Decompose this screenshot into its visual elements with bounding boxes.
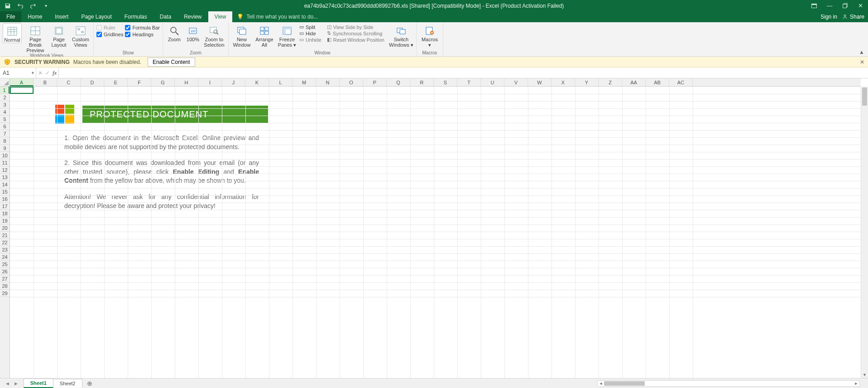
qat-customize-icon[interactable]: ▾ (41, 1, 51, 11)
row-header[interactable]: 16 (0, 195, 10, 203)
sheet-tab-2[interactable]: Sheet2 (53, 379, 82, 388)
split-button[interactable]: ▭Split (299, 24, 321, 30)
page-layout-button[interactable]: Page Layout (49, 23, 69, 48)
tab-file[interactable]: File (0, 11, 21, 22)
row-header[interactable]: 3 (0, 101, 10, 108)
column-header[interactable]: E (104, 78, 128, 86)
switch-windows-button[interactable]: Switch Windows ▾ (389, 23, 413, 48)
column-header[interactable]: V (504, 78, 528, 86)
column-header[interactable]: D (81, 78, 104, 86)
row-header[interactable]: 26 (0, 268, 10, 275)
row-header[interactable]: 5 (0, 116, 10, 123)
column-header[interactable]: I (198, 78, 222, 86)
column-header[interactable]: N (316, 78, 340, 86)
scroll-down-icon[interactable]: ▼ (861, 372, 868, 378)
row-header[interactable]: 2 (0, 94, 10, 101)
sheet-nav-next-icon[interactable]: ► (12, 381, 20, 386)
cells-area[interactable]: PROTECTED DOCUMENT 1. Open the document … (10, 87, 861, 378)
column-header[interactable]: AC (669, 78, 693, 86)
name-box[interactable]: A1 ▼ (0, 68, 36, 78)
sign-in-link[interactable]: Sign in (820, 14, 837, 20)
column-header[interactable]: R (410, 78, 434, 86)
select-all-button[interactable] (0, 78, 10, 87)
scroll-right-icon[interactable]: ► (853, 381, 859, 386)
row-header[interactable]: 11 (0, 159, 10, 166)
column-header[interactable]: Y (575, 78, 599, 86)
sheet-tab-1[interactable]: Sheet1 (24, 378, 53, 388)
formula-input[interactable] (59, 68, 868, 78)
normal-view-button[interactable]: Normal (3, 23, 22, 43)
formula-bar-checkbox[interactable]: Formula Bar (125, 25, 160, 30)
insert-function-icon[interactable]: fx (53, 69, 57, 77)
column-header[interactable]: U (481, 78, 504, 86)
horizontal-scroll-thumb[interactable] (604, 381, 645, 386)
macros-button[interactable]: Macros ▾ (419, 23, 440, 48)
column-header[interactable]: AA (622, 78, 646, 86)
row-header[interactable]: 23 (0, 246, 10, 253)
column-header[interactable]: F (128, 78, 151, 86)
row-header[interactable]: 7 (0, 130, 10, 137)
column-header[interactable]: H (175, 78, 198, 86)
tab-review[interactable]: Review (177, 11, 208, 22)
row-header[interactable]: 22 (0, 239, 10, 246)
tab-page-layout[interactable]: Page Layout (75, 11, 118, 22)
row-header[interactable]: 21 (0, 232, 10, 239)
redo-icon[interactable] (28, 1, 38, 11)
column-header[interactable]: M (293, 78, 316, 86)
horizontal-scrollbar[interactable]: ◄ ► (597, 380, 860, 387)
tab-home[interactable]: Home (21, 11, 48, 22)
row-header[interactable]: 10 (0, 152, 10, 159)
zoom-button[interactable]: Zoom (166, 23, 183, 42)
row-header[interactable]: 18 (0, 210, 10, 217)
collapse-ribbon-icon[interactable]: ▲ (858, 49, 865, 55)
column-header[interactable]: Z (599, 78, 622, 86)
freeze-panes-button[interactable]: Freeze Panes ▾ (277, 23, 297, 48)
zoom-100-button[interactable]: 100 100% (185, 23, 201, 42)
row-header[interactable]: 19 (0, 217, 10, 224)
zoom-to-selection-button[interactable]: Zoom to Selection (203, 23, 225, 48)
hide-button[interactable]: ▭Hide (299, 30, 321, 36)
tab-formulas[interactable]: Formulas (118, 11, 153, 22)
column-header[interactable]: S (434, 78, 457, 86)
row-header[interactable]: 8 (0, 137, 10, 145)
row-header[interactable]: 4 (0, 108, 10, 116)
maximize-button[interactable] (837, 0, 853, 11)
column-header[interactable]: Q (387, 78, 410, 86)
close-button[interactable]: ✕ (853, 0, 868, 11)
share-button[interactable]: Share (842, 14, 864, 20)
minimize-button[interactable]: ― (822, 0, 837, 11)
column-header[interactable]: W (528, 78, 551, 86)
column-header[interactable]: C (57, 78, 81, 86)
column-header[interactable]: B (34, 78, 57, 86)
scroll-left-icon[interactable]: ◄ (598, 381, 604, 386)
tell-me-search[interactable]: 💡 Tell me what you want to do... (237, 11, 318, 22)
tab-insert[interactable]: Insert (48, 11, 75, 22)
arrange-all-button[interactable]: Arrange All (254, 23, 275, 48)
undo-icon[interactable] (15, 1, 25, 11)
column-header[interactable]: X (551, 78, 575, 86)
tab-view[interactable]: View (208, 11, 233, 22)
row-header[interactable]: 24 (0, 253, 10, 261)
column-header[interactable]: A (10, 78, 34, 86)
new-sheet-button[interactable]: ⊕ (85, 380, 95, 387)
column-header[interactable]: AB (646, 78, 669, 86)
row-header[interactable]: 12 (0, 166, 10, 174)
name-box-dropdown-icon[interactable]: ▼ (31, 71, 35, 75)
new-window-button[interactable]: New Window (231, 23, 252, 48)
row-header[interactable]: 9 (0, 145, 10, 152)
row-header[interactable]: 27 (0, 275, 10, 282)
column-header[interactable]: J (222, 78, 245, 86)
custom-views-button[interactable]: Custom Views (71, 23, 91, 48)
row-header[interactable]: 1 (0, 87, 10, 94)
row-header[interactable]: 20 (0, 224, 10, 232)
row-header[interactable]: 13 (0, 174, 10, 181)
ribbon-display-options-icon[interactable] (806, 0, 822, 11)
row-header[interactable]: 28 (0, 282, 10, 290)
row-header[interactable]: 17 (0, 203, 10, 210)
row-header[interactable]: 25 (0, 261, 10, 268)
column-header[interactable]: L (269, 78, 293, 86)
column-header[interactable]: K (245, 78, 269, 86)
tab-data[interactable]: Data (153, 11, 177, 22)
column-header[interactable]: G (151, 78, 175, 86)
row-header[interactable]: 14 (0, 181, 10, 188)
